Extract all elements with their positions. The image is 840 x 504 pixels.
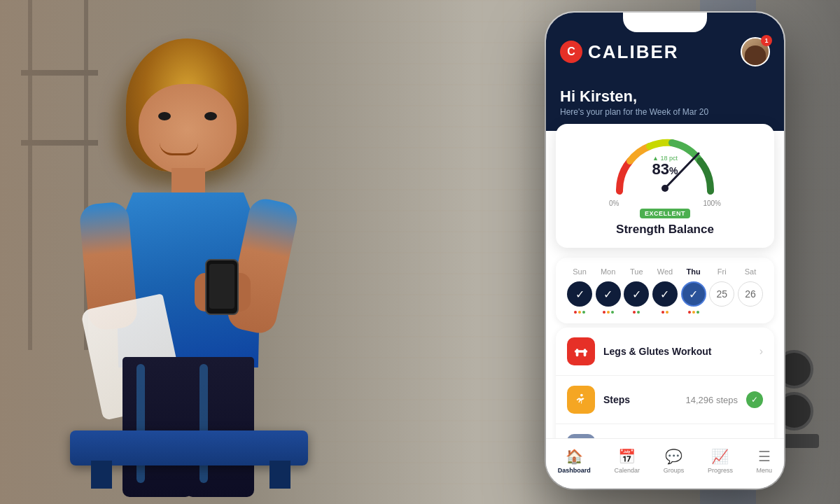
gauge-label-100: 100% <box>703 200 721 207</box>
day-label-sat: Sat <box>738 267 763 276</box>
dot <box>574 311 577 314</box>
gauge-title: Strength Balance <box>616 223 714 237</box>
nav-progress-label: Progress <box>708 467 733 474</box>
nav-menu-label: Menu <box>757 467 773 474</box>
person-leg-left <box>122 357 192 497</box>
nav-progress[interactable]: 📈 Progress <box>708 448 733 474</box>
svg-rect-3 <box>584 349 587 356</box>
avatar-wrapper[interactable]: 1 <box>741 37 770 66</box>
workout-item-steps[interactable]: Steps 14,296 steps ✓ <box>556 376 774 424</box>
day-label-fri: Fri <box>709 267 734 276</box>
greeting-subtitle: Here's your plan for the Week of Mar 20 <box>560 107 770 117</box>
nav-groups[interactable]: 💬 Groups <box>664 448 685 474</box>
nav-dashboard[interactable]: 🏠 Dashboard <box>558 448 591 474</box>
dot <box>607 311 610 314</box>
day-check-wed[interactable]: ✓ <box>652 281 678 307</box>
dots-wed <box>652 311 678 314</box>
notification-badge: 1 <box>761 35 772 46</box>
dot <box>696 311 699 314</box>
bench-leg-2 <box>270 461 290 489</box>
gauge-percent-display: ▲ 18 pct 83% <box>652 155 678 177</box>
gauge-pct-sym: % <box>669 165 678 176</box>
nav-calendar[interactable]: 📅 Calendar <box>615 448 640 474</box>
person-leg-right <box>186 357 254 497</box>
week-days-row: ✓ ✓ ✓ ✓ ✓ 25 26 <box>567 281 763 307</box>
legs-workout-icon <box>567 337 595 365</box>
held-phone <box>205 259 239 315</box>
dot <box>662 311 664 314</box>
dots-sat <box>738 311 763 314</box>
workout-list: Legs & Glutes Workout › Steps 14,296 ste… <box>556 328 774 438</box>
steps-value: 14,296 steps <box>686 395 738 405</box>
dot <box>578 311 581 314</box>
dots-thu <box>681 311 706 314</box>
nav-menu[interactable]: ☰ Menu <box>757 448 773 474</box>
dot <box>603 311 606 314</box>
greeting-hi: Hi Kirsten, <box>560 88 770 106</box>
dot <box>666 311 668 314</box>
steps-name: Steps <box>603 394 678 405</box>
svg-rect-2 <box>576 349 579 356</box>
calendar-icon: 📅 <box>618 448 636 465</box>
steps-info: Steps <box>603 394 678 405</box>
nav-groups-label: Groups <box>664 467 685 474</box>
gauge-labels: 0% 100% <box>609 200 721 207</box>
dot <box>692 311 695 314</box>
phone-content: C CALIBER 1 Hi Kirsten, Here's your plan… <box>546 13 784 438</box>
gauge-card: ▲ 18 pct 83% 0% 100% EXCELLENT Strength … <box>556 124 774 248</box>
legs-workout-info: Legs & Glutes Workout <box>603 346 751 357</box>
progress-icon: 📈 <box>711 448 729 465</box>
phone-device: C CALIBER 1 Hi Kirsten, Here's your plan… <box>546 13 784 489</box>
menu-icon: ☰ <box>758 448 771 465</box>
day-check-thu[interactable]: ✓ <box>681 281 706 307</box>
phone-notch <box>623 13 707 32</box>
dot <box>688 311 691 314</box>
day-label-mon: Mon <box>596 267 621 276</box>
gauge-excellent-badge: EXCELLENT <box>640 209 690 218</box>
day-check-sun[interactable]: ✓ <box>567 281 592 307</box>
person-area <box>0 0 476 504</box>
dot <box>637 311 640 314</box>
day-label-thu: Thu <box>681 267 706 276</box>
dots-tue <box>624 311 649 314</box>
groups-icon: 💬 <box>665 448 682 465</box>
steps-check: ✓ <box>746 391 763 408</box>
svg-rect-4 <box>575 350 587 353</box>
workout-item-weight[interactable]: Weight 163.4 lbs ✓ <box>556 424 774 438</box>
nav-calendar-label: Calendar <box>615 467 640 474</box>
bench-leg-1 <box>91 461 112 489</box>
day-dots-row <box>567 311 763 314</box>
day-label-wed: Wed <box>652 267 678 276</box>
steps-icon <box>567 386 595 414</box>
gauge-percent-value: 83% <box>652 162 678 177</box>
day-num-sat[interactable]: 26 <box>738 281 763 307</box>
dot <box>633 311 636 314</box>
logo-area: C CALIBER <box>560 41 679 63</box>
gauge-pct-num: 83 <box>652 160 669 178</box>
dots-sun <box>567 311 592 314</box>
gauge-label-0: 0% <box>609 200 619 207</box>
gauge-container: ▲ 18 pct 83% 0% 100% EXCELLENT Strength … <box>570 135 760 239</box>
day-num-fri[interactable]: 25 <box>709 281 734 307</box>
day-check-tue[interactable]: ✓ <box>624 281 649 307</box>
home-icon: 🏠 <box>566 448 583 465</box>
caliber-logo-icon: C <box>560 41 582 63</box>
nav-dashboard-label: Dashboard <box>558 467 591 474</box>
day-check-mon[interactable]: ✓ <box>596 281 621 307</box>
svg-point-1 <box>662 185 668 192</box>
day-label-sun: Sun <box>567 267 592 276</box>
legs-workout-name: Legs & Glutes Workout <box>603 346 751 357</box>
chevron-right-icon: › <box>760 345 763 358</box>
caliber-logo-text: CALIBER <box>588 41 679 63</box>
person-face <box>139 84 237 175</box>
calendar-section: Sun Mon Tue Wed Thu Fri Sat ✓ ✓ ✓ ✓ ✓ 25… <box>556 258 774 323</box>
week-days-header: Sun Mon Tue Wed Thu Fri Sat <box>567 267 763 276</box>
dot <box>611 311 614 314</box>
day-label-tue: Tue <box>624 267 649 276</box>
dot <box>582 311 585 314</box>
workout-item-legs[interactable]: Legs & Glutes Workout › <box>556 328 774 376</box>
bottom-nav: 🏠 Dashboard 📅 Calendar 💬 Groups 📈 Progre… <box>546 438 784 489</box>
dots-fri <box>709 311 734 314</box>
gauge-svg: ▲ 18 pct 83% <box>609 135 721 198</box>
dots-mon <box>596 311 621 314</box>
